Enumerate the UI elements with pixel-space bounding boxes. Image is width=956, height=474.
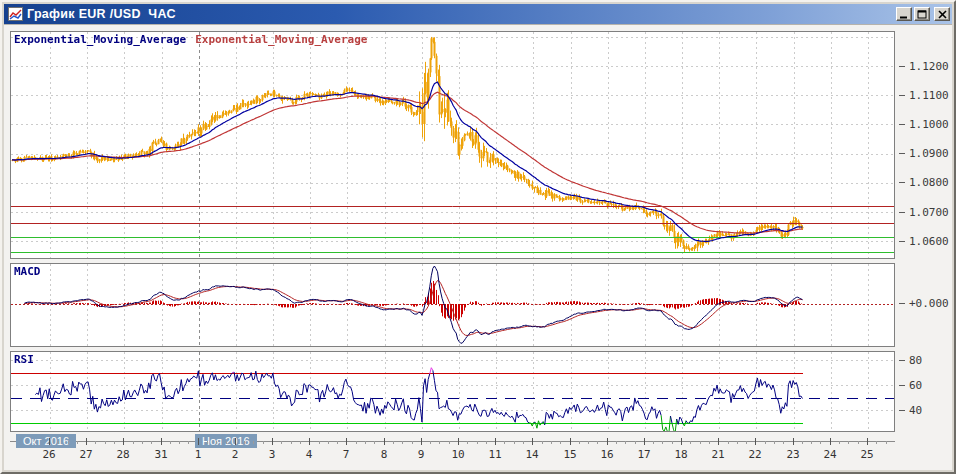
close-button[interactable] (934, 7, 950, 21)
day-label: 24 (813, 448, 847, 461)
chart-window: График EUR /USD ЧАС Exponential_Moving_A… (0, 0, 956, 474)
x-axis-tick (161, 438, 162, 445)
axis-tick-label: 1.0900 (899, 146, 949, 161)
day-label: 26 (32, 448, 66, 461)
x-axis-minor-tick (253, 441, 254, 444)
x-axis-tick (198, 438, 199, 445)
x-axis-minor-tick (560, 441, 561, 444)
x-axis-tick (309, 438, 310, 445)
x-axis-minor-tick (133, 441, 134, 444)
day-label: 8 (367, 448, 401, 461)
x-axis-minor-tick (672, 441, 673, 444)
axis-tick (899, 66, 905, 67)
day-label: 15 (553, 448, 587, 461)
axis-tick (899, 95, 905, 96)
macd-canvas[interactable] (11, 264, 894, 346)
x-axis-minor-tick (244, 441, 245, 444)
x-axis-minor-tick (412, 441, 413, 444)
x-axis-minor-tick (467, 441, 468, 444)
day-label: 9 (404, 448, 438, 461)
x-axis-minor-tick (504, 441, 505, 444)
x-axis-minor-tick (114, 441, 115, 444)
axis-tick (899, 153, 905, 154)
window-title: График EUR /USD ЧАС (27, 7, 896, 21)
x-axis-minor-tick (597, 441, 598, 444)
day-label: 18 (664, 448, 698, 461)
x-axis-minor-tick (635, 441, 636, 444)
x-axis-minor-tick (523, 441, 524, 444)
x-axis-minor-tick (728, 441, 729, 444)
axis-tick (899, 212, 905, 213)
x-axis-minor-tick (374, 441, 375, 444)
x-axis-minor-tick (709, 441, 710, 444)
x-axis-tick (458, 438, 459, 445)
close-icon (938, 10, 947, 19)
x-axis-tick (570, 438, 571, 445)
x-axis-tick (793, 438, 794, 445)
x-axis-tick (272, 438, 273, 445)
axis-tick-label: 80 (899, 353, 922, 368)
day-label: 25 (850, 448, 884, 461)
axis-tick-label: 1.0800 (899, 175, 949, 190)
axis-tick-label: 40 (899, 403, 922, 418)
x-axis-minor-tick (477, 441, 478, 444)
axis-tick (899, 182, 905, 183)
day-label: 2 (218, 448, 252, 461)
chart-icon (8, 7, 23, 21)
x-axis-minor-tick (774, 441, 775, 444)
x-axis-minor-tick (783, 441, 784, 444)
x-axis-minor-tick (700, 441, 701, 444)
rsi-panel: RSI (10, 351, 895, 432)
x-axis-tick (49, 438, 50, 445)
x-axis-tick (681, 438, 682, 445)
window-titlebar[interactable]: График EUR /USD ЧАС (4, 4, 952, 24)
x-axis-minor-tick (281, 441, 282, 444)
minimize-icon (899, 10, 909, 19)
axis-tick (899, 410, 905, 411)
axis-tick (899, 124, 905, 125)
price-chart-canvas[interactable] (11, 32, 894, 258)
x-axis-minor-tick (142, 441, 143, 444)
rsi-canvas[interactable] (11, 352, 894, 431)
x-axis-minor-tick (802, 441, 803, 444)
x-axis-tick (532, 438, 533, 445)
x-axis-minor-tick (662, 441, 663, 444)
x-axis-minor-tick (449, 441, 450, 444)
axis-tick (899, 303, 905, 304)
minimize-button[interactable] (896, 7, 912, 21)
axis-tick (899, 360, 905, 361)
day-label: 3 (255, 448, 289, 461)
maximize-button[interactable] (914, 7, 930, 21)
x-axis-tick (421, 438, 422, 445)
day-label: 28 (106, 448, 140, 461)
x-axis-tick (644, 438, 645, 445)
day-label: 21 (701, 448, 735, 461)
day-label: 10 (441, 448, 475, 461)
day-label: 16 (590, 448, 624, 461)
day-label: 17 (627, 448, 661, 461)
x-axis-minor-tick (207, 441, 208, 444)
x-axis-minor-tick (365, 441, 366, 444)
axis-tick-label: 60 (899, 378, 922, 393)
x-axis-minor-tick (300, 441, 301, 444)
x-axis-minor-tick (68, 441, 69, 444)
x-axis-minor-tick (514, 441, 515, 444)
axis-tick (899, 385, 905, 386)
x-axis-minor-tick (653, 441, 654, 444)
x-axis-minor-tick (151, 441, 152, 444)
day-label: 14 (515, 448, 549, 461)
axis-tick-label: 1.0600 (899, 234, 949, 249)
day-label: 31 (144, 448, 178, 461)
x-axis-tick (346, 438, 347, 445)
x-axis-minor-tick (820, 441, 821, 444)
day-label: 22 (738, 448, 772, 461)
x-axis-minor-tick (319, 441, 320, 444)
x-axis-tick (495, 438, 496, 445)
x-axis-minor-tick (439, 441, 440, 444)
chart-client-area: Exponential_Moving_Average Exponential_M… (4, 24, 952, 470)
axis-tick-label: 1.1000 (899, 117, 949, 132)
x-axis-minor-tick (811, 441, 812, 444)
x-axis-minor-tick (551, 441, 552, 444)
x-axis-minor-tick (486, 441, 487, 444)
x-axis-minor-tick (848, 441, 849, 444)
